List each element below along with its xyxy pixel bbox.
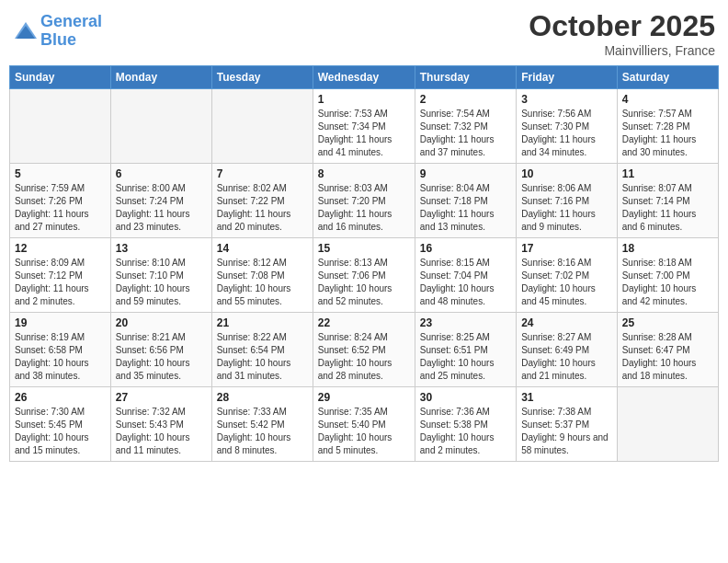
day-info: Sunrise: 8:09 AM Sunset: 7:12 PM Dayligh… — [15, 257, 106, 308]
day-number: 17 — [521, 242, 612, 255]
day-info: Sunrise: 7:33 AM Sunset: 5:42 PM Dayligh… — [217, 406, 308, 457]
day-number: 21 — [217, 316, 308, 329]
day-info: Sunrise: 8:07 AM Sunset: 7:14 PM Dayligh… — [622, 182, 713, 234]
day-info: Sunrise: 8:15 AM Sunset: 7:04 PM Dayligh… — [420, 257, 511, 308]
location: Mainvilliers, France — [529, 43, 715, 58]
logo-line1: General — [40, 12, 102, 30]
logo-text: General Blue — [40, 13, 102, 50]
weekday-header-friday: Friday — [517, 66, 618, 89]
day-info: Sunrise: 8:04 AM Sunset: 7:18 PM Dayligh… — [420, 182, 511, 234]
day-number: 3 — [521, 93, 612, 106]
day-number: 19 — [15, 316, 106, 329]
calendar-cell: 8Sunrise: 8:03 AM Sunset: 7:20 PM Daylig… — [313, 164, 415, 238]
day-number: 30 — [420, 391, 511, 404]
day-info: Sunrise: 8:27 AM Sunset: 6:49 PM Dayligh… — [521, 331, 612, 383]
day-info: Sunrise: 8:00 AM Sunset: 7:24 PM Dayligh… — [116, 182, 207, 234]
day-number: 9 — [420, 167, 511, 180]
day-info: Sunrise: 7:35 AM Sunset: 5:40 PM Dayligh… — [318, 406, 410, 457]
day-info: Sunrise: 7:56 AM Sunset: 7:30 PM Dayligh… — [521, 108, 612, 159]
day-number: 8 — [318, 167, 410, 180]
day-number: 4 — [622, 93, 713, 106]
day-number: 23 — [420, 316, 511, 329]
day-number: 16 — [420, 242, 511, 255]
day-number: 31 — [521, 391, 612, 404]
day-info: Sunrise: 8:18 AM Sunset: 7:00 PM Dayligh… — [622, 257, 713, 308]
day-info: Sunrise: 8:06 AM Sunset: 7:16 PM Dayligh… — [521, 182, 612, 234]
calendar-cell: 25Sunrise: 8:28 AM Sunset: 6:47 PM Dayli… — [617, 313, 718, 387]
calendar-cell: 17Sunrise: 8:16 AM Sunset: 7:02 PM Dayli… — [517, 238, 618, 313]
title-block: October 2025 Mainvilliers, France — [529, 9, 715, 58]
day-info: Sunrise: 8:24 AM Sunset: 6:52 PM Dayligh… — [318, 331, 410, 383]
day-number: 2 — [420, 93, 511, 106]
day-number: 29 — [318, 391, 410, 404]
calendar-cell: 20Sunrise: 8:21 AM Sunset: 6:56 PM Dayli… — [110, 313, 211, 387]
day-info: Sunrise: 8:19 AM Sunset: 6:58 PM Dayligh… — [15, 331, 106, 383]
calendar-cell — [10, 89, 111, 164]
calendar-cell: 18Sunrise: 8:18 AM Sunset: 7:00 PM Dayli… — [617, 238, 718, 313]
page-header: General Blue October 2025 Mainvilliers, … — [9, 9, 719, 58]
day-info: Sunrise: 7:54 AM Sunset: 7:32 PM Dayligh… — [420, 108, 511, 159]
day-number: 12 — [15, 242, 106, 255]
calendar-cell: 12Sunrise: 8:09 AM Sunset: 7:12 PM Dayli… — [10, 238, 111, 313]
calendar-cell: 26Sunrise: 7:30 AM Sunset: 5:45 PM Dayli… — [10, 387, 111, 462]
day-info: Sunrise: 7:59 AM Sunset: 7:26 PM Dayligh… — [15, 182, 106, 234]
day-number: 20 — [116, 316, 207, 329]
calendar-cell: 4Sunrise: 7:57 AM Sunset: 7:28 PM Daylig… — [617, 89, 718, 164]
day-number: 28 — [217, 391, 308, 404]
weekday-header-row: SundayMondayTuesdayWednesdayThursdayFrid… — [10, 66, 719, 89]
calendar-cell: 23Sunrise: 8:25 AM Sunset: 6:51 PM Dayli… — [415, 313, 516, 387]
day-info: Sunrise: 7:38 AM Sunset: 5:37 PM Dayligh… — [521, 406, 612, 457]
logo-icon — [13, 18, 39, 44]
day-number: 18 — [622, 242, 713, 255]
day-info: Sunrise: 8:02 AM Sunset: 7:22 PM Dayligh… — [217, 182, 308, 234]
calendar-cell: 10Sunrise: 8:06 AM Sunset: 7:16 PM Dayli… — [517, 164, 618, 238]
calendar-cell: 27Sunrise: 7:32 AM Sunset: 5:43 PM Dayli… — [110, 387, 211, 462]
day-info: Sunrise: 8:03 AM Sunset: 7:20 PM Dayligh… — [318, 182, 410, 234]
calendar-cell: 29Sunrise: 7:35 AM Sunset: 5:40 PM Dayli… — [313, 387, 415, 462]
calendar-cell: 11Sunrise: 8:07 AM Sunset: 7:14 PM Dayli… — [617, 164, 718, 238]
calendar-cell: 15Sunrise: 8:13 AM Sunset: 7:06 PM Dayli… — [313, 238, 415, 313]
day-info: Sunrise: 8:28 AM Sunset: 6:47 PM Dayligh… — [622, 331, 713, 383]
day-number: 27 — [116, 391, 207, 404]
calendar-cell: 31Sunrise: 7:38 AM Sunset: 5:37 PM Dayli… — [517, 387, 618, 462]
calendar-cell: 30Sunrise: 7:36 AM Sunset: 5:38 PM Dayli… — [415, 387, 516, 462]
calendar-cell: 5Sunrise: 7:59 AM Sunset: 7:26 PM Daylig… — [10, 164, 111, 238]
day-info: Sunrise: 8:21 AM Sunset: 6:56 PM Dayligh… — [116, 331, 207, 383]
day-info: Sunrise: 7:32 AM Sunset: 5:43 PM Dayligh… — [116, 406, 207, 457]
day-info: Sunrise: 8:12 AM Sunset: 7:08 PM Dayligh… — [217, 257, 308, 308]
weekday-header-thursday: Thursday — [415, 66, 516, 89]
day-info: Sunrise: 7:57 AM Sunset: 7:28 PM Dayligh… — [622, 108, 713, 159]
day-number: 14 — [217, 242, 308, 255]
day-info: Sunrise: 7:53 AM Sunset: 7:34 PM Dayligh… — [318, 108, 410, 159]
calendar-cell: 7Sunrise: 8:02 AM Sunset: 7:22 PM Daylig… — [211, 164, 313, 238]
calendar-cell: 16Sunrise: 8:15 AM Sunset: 7:04 PM Dayli… — [415, 238, 516, 313]
day-info: Sunrise: 7:30 AM Sunset: 5:45 PM Dayligh… — [15, 406, 106, 457]
day-info: Sunrise: 8:25 AM Sunset: 6:51 PM Dayligh… — [420, 331, 511, 383]
weekday-header-wednesday: Wednesday — [313, 66, 415, 89]
weekday-header-monday: Monday — [110, 66, 211, 89]
calendar-cell: 28Sunrise: 7:33 AM Sunset: 5:42 PM Dayli… — [211, 387, 313, 462]
weekday-header-saturday: Saturday — [617, 66, 718, 89]
calendar-cell: 6Sunrise: 8:00 AM Sunset: 7:24 PM Daylig… — [110, 164, 211, 238]
calendar-cell: 13Sunrise: 8:10 AM Sunset: 7:10 PM Dayli… — [110, 238, 211, 313]
weekday-header-sunday: Sunday — [10, 66, 111, 89]
day-info: Sunrise: 8:10 AM Sunset: 7:10 PM Dayligh… — [116, 257, 207, 308]
calendar-cell: 21Sunrise: 8:22 AM Sunset: 6:54 PM Dayli… — [211, 313, 313, 387]
day-number: 15 — [318, 242, 410, 255]
calendar-cell: 3Sunrise: 7:56 AM Sunset: 7:30 PM Daylig… — [517, 89, 618, 164]
day-number: 11 — [622, 167, 713, 180]
day-number: 24 — [521, 316, 612, 329]
day-info: Sunrise: 8:16 AM Sunset: 7:02 PM Dayligh… — [521, 257, 612, 308]
month-title: October 2025 — [529, 9, 715, 43]
day-number: 7 — [217, 167, 308, 180]
calendar-cell: 22Sunrise: 8:24 AM Sunset: 6:52 PM Dayli… — [313, 313, 415, 387]
logo-line2: Blue — [40, 30, 76, 49]
day-info: Sunrise: 7:36 AM Sunset: 5:38 PM Dayligh… — [420, 406, 511, 457]
day-info: Sunrise: 8:22 AM Sunset: 6:54 PM Dayligh… — [217, 331, 308, 383]
calendar-cell: 1Sunrise: 7:53 AM Sunset: 7:34 PM Daylig… — [313, 89, 415, 164]
week-row-5: 26Sunrise: 7:30 AM Sunset: 5:45 PM Dayli… — [10, 387, 719, 462]
calendar-cell — [617, 387, 718, 462]
calendar-cell: 9Sunrise: 8:04 AM Sunset: 7:18 PM Daylig… — [415, 164, 516, 238]
day-number: 5 — [15, 167, 106, 180]
day-number: 6 — [116, 167, 207, 180]
